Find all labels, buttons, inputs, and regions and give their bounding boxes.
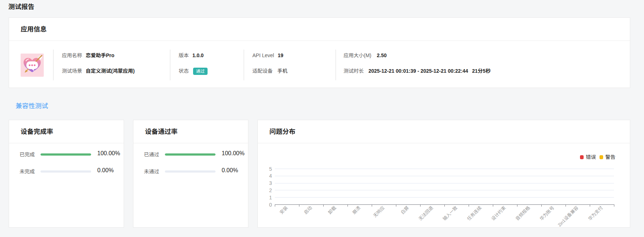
- x-axis-label: 白屏: [400, 205, 410, 215]
- gridline: [275, 183, 614, 183]
- x-axis-tick: [444, 205, 445, 207]
- x-axis-tick: [493, 205, 493, 207]
- progress-percent: 0.00%: [222, 167, 238, 174]
- x-axis-label: 安装: [279, 205, 289, 215]
- x-axis-tick: [566, 205, 566, 207]
- gridline: [275, 197, 614, 198]
- page-title: 测试报告: [8, 3, 34, 10]
- x-axis-label: 无响应: [373, 205, 386, 218]
- issue-distribution-chart: 错误警告 012345安装启动卸载崩溃无响应白屏无法回退输入一致任务连续设计约束…: [258, 143, 630, 228]
- x-axis-tick: [541, 205, 542, 207]
- app-info-header: 应用信息: [9, 18, 630, 41]
- field-duration: 21分5秒: [472, 68, 491, 74]
- field-label: 测试时长: [344, 68, 364, 74]
- field-value: 2025-12-21 00:01:39 - 2025-12-21 00:22:4…: [368, 68, 468, 74]
- progress-bar: [40, 153, 91, 156]
- x-axis-label: 2in1设备兼容: [557, 205, 579, 227]
- y-axis-label: 4: [257, 173, 272, 178]
- progress-label: 未完成: [20, 168, 35, 175]
- progress-bar: [165, 170, 216, 173]
- progress-bar: [165, 153, 216, 156]
- field-api-level: API Level19: [252, 52, 283, 59]
- device-completion-card: 设备完成率 已完成 100.00% 未完成 0.00%: [9, 120, 124, 228]
- issue-distribution-card: 问题分布 错误警告 012345安装启动卸载崩溃无响应白屏无法回退输入一致任务连…: [257, 120, 630, 228]
- field-label: 版本: [179, 52, 189, 58]
- field-label: 测试场景: [62, 68, 82, 74]
- legend-label: 警告: [605, 155, 615, 160]
- x-axis-tick: [614, 205, 614, 207]
- x-axis-tick: [517, 205, 517, 207]
- gridline: [275, 190, 614, 190]
- field-version: 版本1.0.0: [179, 52, 204, 59]
- progress-percent: 0.00%: [97, 167, 114, 174]
- progress-percent: 100.00%: [97, 150, 120, 157]
- x-axis-label: 卸载: [328, 205, 337, 215]
- field-value: 手机: [277, 68, 287, 74]
- field-label: 适配设备: [252, 68, 273, 74]
- progress-percent: 100.00%: [222, 150, 244, 157]
- divider: [170, 50, 170, 80]
- y-axis-label: 3: [257, 181, 272, 186]
- legend-swatch: [600, 155, 603, 159]
- field-label: API Level: [252, 52, 274, 58]
- gridline: [275, 176, 614, 176]
- field-label: 应用大小(M): [344, 52, 371, 58]
- x-axis-label: 输入一致: [442, 205, 459, 221]
- y-axis-label: 0: [257, 202, 272, 207]
- app-icon: [21, 54, 44, 77]
- x-axis-tick: [420, 205, 421, 207]
- chart-legend: 错误警告: [580, 155, 615, 160]
- divider: [53, 50, 54, 80]
- x-axis-tick: [372, 205, 372, 207]
- x-axis-tick: [323, 205, 324, 207]
- card-header: 设备通过率: [133, 120, 248, 143]
- field-value: 自定义测试(鸿蒙应用): [86, 68, 135, 74]
- card-header: 设备完成率: [9, 120, 124, 143]
- completion-card-title: 设备完成率: [21, 128, 53, 135]
- progress-row-completed: 已完成 100.00%: [9, 151, 124, 158]
- y-axis-label: 1: [257, 195, 272, 200]
- x-axis-label: 崩溃: [352, 205, 362, 215]
- field-app-size: 应用大小(M)2.50: [344, 52, 387, 59]
- pass-card-title: 设备通过率: [145, 128, 178, 135]
- field-test-duration: 测试时长2025-12-21 00:01:39 - 2025-12-21 00:…: [344, 67, 491, 75]
- field-label: 状态: [179, 68, 189, 74]
- card-header: 问题分布: [258, 120, 630, 143]
- y-axis-label: 5: [257, 166, 272, 172]
- progress-row-passed: 已通过 100.00%: [133, 151, 248, 158]
- legend-label: 错误: [586, 155, 596, 160]
- x-axis-tick: [275, 205, 275, 207]
- field-status: 状态通过: [179, 67, 208, 75]
- progress-row-uncompleted: 未完成 0.00%: [9, 168, 124, 175]
- divider: [244, 50, 244, 80]
- app-info-card: 应用信息: [9, 17, 630, 88]
- status-badge: 通过: [193, 68, 208, 75]
- x-axis-tick: [590, 205, 590, 207]
- progress-label: 未通过: [144, 168, 159, 175]
- progress-label: 已完成: [20, 151, 35, 158]
- progress-label: 已通过: [144, 151, 159, 158]
- legend-item[interactable]: 警告: [600, 155, 615, 160]
- field-label: 应用名称: [62, 52, 82, 58]
- x-axis-label: 音频规格: [515, 205, 531, 221]
- legend-item[interactable]: 错误: [580, 155, 596, 160]
- section-tab-compatibility[interactable]: 兼容性测试: [16, 103, 48, 110]
- field-test-scene: 测试场景自定义测试(鸿蒙应用): [62, 67, 135, 75]
- field-app-name: 应用名称恋爱助手Pro: [62, 52, 114, 59]
- app-info-title: 应用信息: [21, 26, 47, 33]
- x-axis-label: 设计约束: [491, 205, 507, 221]
- x-axis-tick: [347, 205, 348, 207]
- x-axis-tick: [396, 205, 396, 207]
- progress-bar: [40, 170, 91, 173]
- gridline: [275, 169, 614, 169]
- y-axis-label: 2: [257, 188, 272, 193]
- x-axis-label: 启动: [303, 205, 313, 215]
- field-value: 1.0.0: [192, 52, 204, 58]
- x-axis-label: 华为账号: [539, 205, 555, 221]
- x-axis-label: 任务连续: [466, 205, 483, 221]
- progress-row-failed: 未通过 0.00%: [133, 168, 248, 175]
- chart-card-title: 问题分布: [269, 128, 295, 135]
- x-axis-tick: [299, 205, 299, 207]
- field-value: 恋爱助手Pro: [86, 52, 114, 58]
- field-value: 2.50: [377, 52, 387, 58]
